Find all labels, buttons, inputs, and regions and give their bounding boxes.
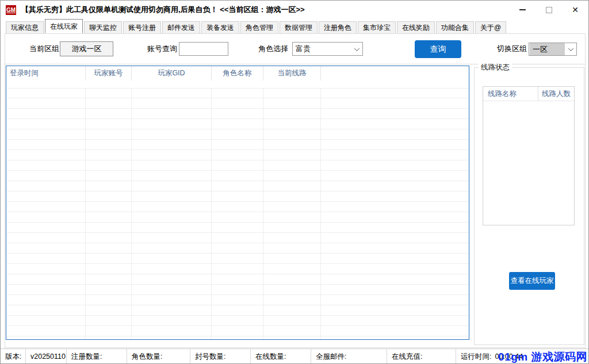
- table-cell: [6, 254, 86, 263]
- table-cell: [263, 119, 321, 129]
- tab-item-11[interactable]: 功能合集: [436, 21, 474, 33]
- table-row: [6, 191, 469, 202]
- table-cell: [321, 129, 469, 139]
- tab-item-12[interactable]: 关于@: [475, 21, 506, 33]
- table-cell: [263, 254, 321, 263]
- account-query-input[interactable]: [179, 42, 228, 56]
- table-cell: [132, 160, 212, 170]
- line-status-table[interactable]: 线路名称线路人数: [483, 86, 575, 225]
- switch-group-value: 一区: [530, 43, 565, 55]
- table-cell: [212, 140, 263, 150]
- table-row: [6, 336, 469, 340]
- table-cell: [212, 89, 263, 98]
- column-header[interactable]: 线路名称: [483, 87, 538, 101]
- column-header[interactable]: 当前线路: [263, 66, 321, 81]
- column-header[interactable]: 登录时间: [6, 66, 86, 81]
- current-group-label: 当前区组: [29, 41, 59, 56]
- table-cell: [6, 243, 86, 253]
- table-cell: [132, 233, 212, 243]
- table-cell: [212, 150, 263, 160]
- table-cell: [212, 171, 263, 181]
- table-cell: [321, 98, 469, 108]
- table-cell: [86, 264, 132, 274]
- tab-item-0[interactable]: 玩家信息: [6, 21, 44, 33]
- table-cell: [6, 98, 86, 108]
- column-header[interactable]: 玩家GID: [132, 66, 212, 81]
- table-cell: [86, 243, 132, 253]
- table-cell: [6, 316, 86, 325]
- app-window: GM 【其乐无穷】此工具仅限单机测试使用切勿商用,后果自负！ <<当前区组：游戏…: [0, 0, 589, 364]
- column-header[interactable]: [321, 66, 469, 81]
- role-select-dropdown[interactable]: 富贵: [292, 42, 363, 56]
- online-players-table[interactable]: 登录时间玩家账号玩家GID角色名称当前线路: [6, 66, 469, 340]
- tab-strip: 玩家信息在线玩家聊天监控账号注册邮件发送装备发送角色管理数据管理注册角色集市珍宝…: [1, 19, 588, 33]
- tab-item-1[interactable]: 在线玩家: [45, 19, 83, 33]
- table-cell: [321, 285, 469, 294]
- tab-item-7[interactable]: 数据管理: [280, 21, 318, 33]
- table-cell: [86, 89, 132, 98]
- table-cell: [132, 274, 212, 284]
- table-cell: [263, 129, 321, 139]
- table-cell: [6, 295, 86, 305]
- status-registered-count: 注册数量:: [67, 349, 127, 364]
- table-cell: [6, 326, 86, 336]
- table-row: [6, 140, 469, 150]
- table-cell: [212, 305, 263, 315]
- tab-item-9[interactable]: 集市珍宝: [358, 21, 396, 33]
- close-button[interactable]: ✕: [562, 1, 588, 19]
- table-cell: [86, 129, 132, 139]
- status-role-count: 角色数量:: [127, 349, 190, 364]
- tab-item-2[interactable]: 聊天监控: [84, 21, 122, 33]
- table-cell: [6, 305, 86, 315]
- query-button[interactable]: 查询: [415, 40, 461, 58]
- table-cell: [212, 233, 263, 243]
- table-cell: [212, 129, 263, 139]
- role-select-label: 角色选择: [258, 41, 288, 56]
- table-cell: [6, 223, 86, 232]
- table-cell: [6, 171, 86, 181]
- table-cell: [6, 212, 86, 222]
- table-cell: [263, 285, 321, 294]
- table-cell: [132, 243, 212, 253]
- tab-item-4[interactable]: 邮件发送: [162, 21, 200, 33]
- window-title: 【其乐无穷】此工具仅限单机测试使用切勿商用,后果自负！ <<当前区组：游戏一区>…: [21, 5, 305, 15]
- table-cell: [321, 109, 469, 118]
- table-cell: [212, 212, 263, 222]
- table-cell: [132, 89, 212, 98]
- tab-item-5[interactable]: 装备发送: [201, 21, 239, 33]
- current-group-button[interactable]: 游戏一区: [60, 41, 113, 56]
- minimize-button[interactable]: [509, 1, 536, 19]
- table-row: [6, 295, 469, 305]
- table-cell: [6, 109, 86, 118]
- status-banned-count: 封号数量:: [190, 349, 251, 364]
- tab-item-3[interactable]: 账号注册: [123, 21, 161, 33]
- table-cell: [132, 191, 212, 201]
- table-cell: [132, 264, 212, 274]
- table-cell: [263, 212, 321, 222]
- table-cell: [86, 202, 132, 212]
- table-cell: [86, 316, 132, 325]
- column-header[interactable]: 线路人数: [538, 87, 574, 101]
- table-cell: [86, 285, 132, 294]
- table-cell: [263, 264, 321, 274]
- table-row: [6, 98, 469, 109]
- switch-group-dropdown[interactable]: 一区: [529, 43, 577, 56]
- view-online-players-button[interactable]: 查看在线玩家: [509, 272, 555, 290]
- tab-item-10[interactable]: 在线奖励: [397, 21, 435, 33]
- minimize-icon: [519, 9, 526, 10]
- maximize-button[interactable]: [536, 1, 562, 19]
- table-cell: [212, 191, 263, 201]
- table-cell: [6, 191, 86, 201]
- maximize-icon: [546, 7, 552, 13]
- tab-item-8[interactable]: 注册角色: [319, 21, 357, 33]
- tab-item-6[interactable]: 角色管理: [240, 21, 278, 33]
- table-cell: [321, 89, 469, 98]
- table-cell: [132, 98, 212, 108]
- table-row: [6, 150, 469, 160]
- table-cell: [212, 336, 263, 340]
- column-header[interactable]: 玩家账号: [86, 66, 132, 81]
- column-header[interactable]: 角色名称: [212, 66, 263, 81]
- chevron-down-icon: [565, 43, 576, 55]
- table-cell: [6, 233, 86, 243]
- table-cell: [321, 233, 469, 243]
